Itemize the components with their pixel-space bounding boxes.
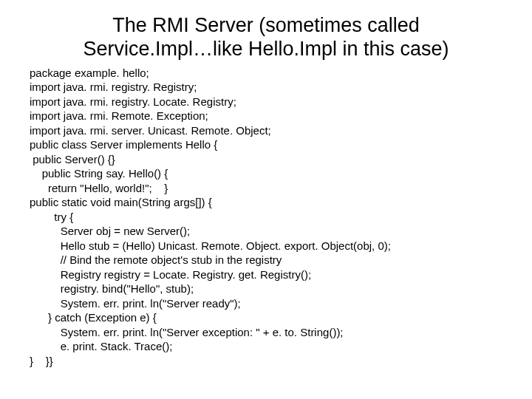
title-line-1: The RMI Server (sometimes called: [112, 14, 420, 36]
code-line: import java. rmi. server. Unicast. Remot…: [30, 123, 502, 138]
slide-title: The RMI Server (sometimes called Service…: [30, 13, 502, 61]
code-line: return "Hello, world!"; }: [30, 181, 502, 196]
code-line: public class Server implements Hello {: [30, 137, 502, 152]
code-line: public Server() {}: [30, 152, 502, 167]
code-line: import java. rmi. Remote. Exception;: [30, 109, 502, 123]
code-line: import java. rmi. registry. Locate. Regi…: [30, 95, 502, 109]
code-block: package example. hello;import java. rmi.…: [30, 66, 502, 369]
code-line: import java. rmi. registry. Registry;: [30, 80, 502, 95]
code-line: Registry registry = Locate. Registry. ge…: [30, 267, 502, 282]
code-line: Hello stub = (Hello) Unicast. Remote. Ob…: [30, 239, 502, 253]
code-line: } catch (Exception e) {: [30, 310, 502, 325]
slide: The RMI Server (sometimes called Service…: [0, 0, 532, 399]
code-line: package example. hello;: [30, 66, 502, 81]
code-line: Server obj = new Server();: [30, 224, 502, 239]
code-line: System. err. print. ln("Server exception…: [30, 325, 502, 340]
title-line-2: Service.Impl…like Hello.Impl in this cas…: [83, 38, 449, 60]
code-line: try {: [30, 210, 502, 225]
code-line: } }}: [30, 354, 502, 369]
code-line: registry. bind("Hello", stub);: [30, 282, 502, 296]
code-line: System. err. print. ln("Server ready");: [30, 296, 502, 311]
code-line: e. print. Stack. Trace();: [30, 339, 502, 354]
code-line: // Bind the remote object's stub in the …: [30, 253, 502, 267]
code-line: public static void main(String args[]) {: [30, 195, 502, 210]
code-line: public String say. Hello() {: [30, 166, 502, 181]
